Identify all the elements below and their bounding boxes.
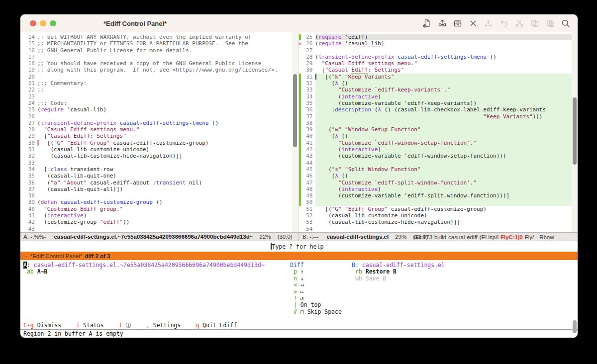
panel-scrollbar-thumb[interactable] <box>573 320 577 333</box>
open-file-icon[interactable] <box>437 18 447 28</box>
echo-area[interactable]: Type ? for help <box>20 241 578 252</box>
code-line[interactable]: 30 ["Casual Ediff: Settings" <box>298 67 578 73</box>
save-icon[interactable] <box>484 18 494 28</box>
paste-icon[interactable] <box>545 18 555 28</box>
code-line[interactable]: 47 "Customize `ediff-split-window-functi… <box>298 180 578 186</box>
search-glyph <box>561 18 571 28</box>
code-line[interactable]: 43 (customize-variable 'ediff-window-set… <box>298 153 578 159</box>
git-added-fringe-icon <box>299 146 301 153</box>
code-line[interactable]: 22;; <box>20 87 298 93</box>
undo-icon[interactable] <box>499 18 509 28</box>
buffer-b-scrollbar-track[interactable] <box>572 32 578 232</box>
code-line[interactable]: 32 (casual-lib-customize-hide-navigation… <box>20 153 298 159</box>
code-line[interactable]: 48 (interactive) <box>298 186 578 192</box>
code-line[interactable]: 42 (interactive) <box>298 146 578 153</box>
code-line[interactable]: 25(require 'ediff) <box>298 34 578 40</box>
zoom-window-button[interactable] <box>50 20 56 27</box>
code-line[interactable]: 38 <box>20 192 298 199</box>
code-line[interactable]: 46 (λ () <box>298 173 578 179</box>
code-line[interactable]: 33 "Customize `ediff-keep-variants'." <box>298 87 578 93</box>
git-branch-indicator[interactable]: Git:173-build-casual-ediff <box>414 234 478 240</box>
code-line[interactable]: 50 <box>298 199 578 205</box>
code-line[interactable]: 27 <box>298 47 578 54</box>
code-line[interactable]: 37 (casual-lib-quit-all)]) <box>20 186 298 192</box>
code-token: () <box>153 199 163 205</box>
search-icon[interactable] <box>561 18 571 28</box>
ediff-panel-mode-line[interactable]: -- *Ediff Control Panel* diff 2 of 3 <box>20 252 578 260</box>
code-line[interactable]: 54 <box>298 226 578 232</box>
major-mode-indicator[interactable]: (ELisp/l <box>480 234 498 240</box>
code-line[interactable]: 29 ["Casual Ediff: Settings" <box>20 133 298 139</box>
new-file-icon[interactable] <box>422 18 432 28</box>
code-line[interactable]: 42 (customize-group "ediff")) <box>20 219 298 225</box>
code-line[interactable]: 26 <box>20 113 298 120</box>
close-window-button[interactable] <box>30 20 36 27</box>
code-line[interactable]: 23 <box>20 93 298 100</box>
code-line[interactable]: 45 ("s" "Split Window Function" <box>298 166 578 173</box>
code-line[interactable]: 33 <box>20 160 298 166</box>
code-line[interactable]: 30 [("G" "Ediff Group" casual-ediff-cust… <box>20 140 298 146</box>
code-line[interactable]: 18;; You should have received a copy of … <box>20 60 298 67</box>
code-line[interactable]: 24;;; Code: <box>20 100 298 106</box>
code-line[interactable]: 17 <box>20 54 298 60</box>
code-line[interactable]: 49 (customize-variable 'ediff-split-wind… <box>298 192 578 199</box>
code-line[interactable]: 16;; GNU General Public License for more… <box>20 47 298 54</box>
code-line[interactable]: 36 ("a" "About" casual-ediff-about :tran… <box>20 180 298 186</box>
code-line[interactable]: 19;; along with this program. If not, se… <box>20 67 298 73</box>
buffer-a-scrollbar-thumb[interactable] <box>293 74 297 147</box>
code-line[interactable]: 35 (casual-lib-quit-one) <box>20 173 298 179</box>
code-line[interactable]: 34 [:class transient-row <box>20 166 298 173</box>
code-line[interactable]: 34 (interactive) <box>298 93 578 100</box>
mode-line-buffer-b[interactable]: B: -:--- casual-ediff-settings.el 29% (3… <box>298 233 578 241</box>
ediff-control-panel[interactable]: A: casual-ediff-settings.el.~7e55a038425… <box>20 260 578 329</box>
close-buffer-icon[interactable] <box>468 18 478 28</box>
buffer-a-scrollbar-track[interactable] <box>292 32 298 232</box>
code-line[interactable]: 38 <box>298 120 578 126</box>
code-line[interactable]: 40 (λ () <box>298 133 578 139</box>
code-line[interactable]: 53 (casual-lib-customize-hide-navigation… <box>298 219 578 225</box>
line-number: 18 <box>26 60 37 67</box>
code-line[interactable]: 35 (customize-variable 'ediff-keep-varia… <box>298 100 578 106</box>
code-line[interactable]: 41 "Customize `ediff-window-setup-functi… <box>298 140 578 146</box>
title-bar[interactable]: *Ediff Control Panel* <box>20 14 578 33</box>
code-line[interactable]: 40 "Customize Ediff group." <box>20 206 298 212</box>
cut-icon[interactable] <box>514 18 524 28</box>
code-line[interactable]: 43 <box>20 226 298 232</box>
buffer-b-scrollbar-thumb[interactable] <box>573 97 577 165</box>
code-token: ;; You should have received a copy of th… <box>37 60 261 67</box>
code-line-text: "Keep Variants"))) <box>315 113 578 120</box>
line-number: 54 <box>304 226 315 232</box>
code-line[interactable]: 52 (casual-lib-customize-unicode) <box>298 212 578 219</box>
code-line[interactable]: 25(require 'casual-lib) <box>20 106 298 113</box>
buffer-b-pane[interactable]: 25(require 'ediff)»26(require 'casual-li… <box>298 32 578 232</box>
code-line[interactable]: 39 ("w" "Window Setup Function" <box>298 126 578 133</box>
panel-diff-column: Diff p ↑ n ↓ < ↤ > ↦ ! ↺ | On top # □ Sk… <box>290 262 342 315</box>
code-line[interactable]: 32 (λ () <box>298 80 578 87</box>
code-line[interactable]: 14;; but WITHOUT ANY WARRANTY; without e… <box>20 34 298 40</box>
mode-line-buffer-a[interactable]: A: -:%%- casual-ediff-settings.el.~7e55a… <box>20 233 298 241</box>
code-line[interactable]: 39(defun casual-ediff-customize-group () <box>20 199 298 205</box>
code-token: "Customize `ediff-window-setup-function'… <box>338 140 477 146</box>
code-line[interactable]: 28(transient-define-prefix casual-ediff-… <box>298 54 578 60</box>
code-line[interactable]: 28 "Casual Ediff settings menu." <box>20 126 298 133</box>
code-line[interactable]: 51 [("G" "Ediff Group" casual-ediff-cust… <box>298 206 578 212</box>
code-line[interactable]: 31 (casual-lib-customize-unicode) <box>20 146 298 153</box>
code-line[interactable]: 21;;; Commentary: <box>20 80 298 87</box>
minor-modes-indicator[interactable]: Fly/-- Rbow <box>525 234 554 240</box>
code-line[interactable]: 29 "Casual Ediff settings menu." <box>298 60 578 67</box>
code-line[interactable]: 37 "Keep Variants"))) <box>298 113 578 120</box>
line-number: 42 <box>26 219 37 225</box>
flycheck-indicator[interactable]: FlyC:1|0 <box>500 234 523 240</box>
code-line[interactable]: 20 <box>20 74 298 80</box>
code-line[interactable]: 36 :description (λ () (casual-lib-checkb… <box>298 106 578 113</box>
code-line[interactable]: 31 [("k" "Keep Variants" <box>298 74 578 80</box>
minimize-window-button[interactable] <box>40 20 46 27</box>
code-line[interactable]: 27(transient-define-prefix casual-ediff-… <box>20 120 298 126</box>
code-line[interactable]: 44 <box>298 160 578 166</box>
code-line[interactable]: »26(require 'casual-lib) <box>298 40 578 47</box>
code-line[interactable]: 41 (interactive) <box>20 212 298 219</box>
buffer-a-pane[interactable]: 14;; but WITHOUT ANY WARRANTY; without e… <box>20 32 298 232</box>
copy-icon[interactable] <box>530 18 540 28</box>
directory-icon[interactable] <box>453 18 463 28</box>
code-line[interactable]: 15;; MERCHANTABILITY or FITNESS FOR A PA… <box>20 40 298 47</box>
